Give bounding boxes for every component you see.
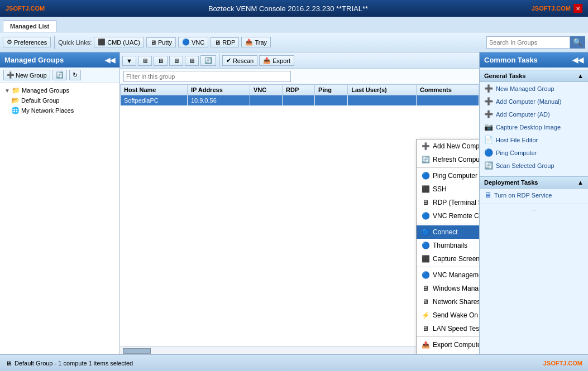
- sidebar-collapse-icon[interactable]: ◀◀: [105, 56, 115, 64]
- task-host-file-editor[interactable]: 📄 Host File Editor: [480, 133, 588, 146]
- search-input[interactable]: [486, 36, 570, 49]
- content-btn-1[interactable]: 🖥: [138, 56, 152, 66]
- toolbar-separator-1: [54, 36, 55, 49]
- tree-label-network: My Network Places: [21, 107, 74, 114]
- status-text: Default Group - 1 compute 1 items select…: [15, 360, 133, 367]
- content-btn-4[interactable]: 🖥: [185, 56, 199, 66]
- logo-right: JSOFTJ.COM: [532, 5, 571, 12]
- ctx-sep-3: [417, 267, 479, 267]
- ctx-connect[interactable]: 🔵 Connect ▶: [417, 225, 479, 239]
- task-add-computer-manual[interactable]: ➕ Add Computer (Manual): [480, 95, 588, 108]
- ctx-vnc-icon: 🔵: [421, 211, 430, 220]
- title-bar: JSOFTJ.COM Bozteck VENM Console 2016.2.2…: [0, 0, 588, 17]
- view-dropdown-button[interactable]: ▼: [122, 56, 136, 66]
- tree-area: ▼ 📁 Managed Groups 📂 Default Group 🌐 My …: [0, 83, 119, 354]
- general-tasks-toggle-icon[interactable]: ▲: [577, 73, 584, 79]
- content-btn-3[interactable]: 🖥: [169, 56, 183, 66]
- main-layout: Managed Groups ◀◀ ➕ New Group 🔄 ↻ ▼ 📁 Ma…: [0, 52, 588, 354]
- putty-button[interactable]: 🖥 Putty: [146, 37, 176, 47]
- ctx-network-shares[interactable]: 🖥 Network Shares ▶: [417, 295, 479, 309]
- content-toolbar: ▼ 🖥 🖥 🖥 🖥 🔄 ✔ Rescan 📤 Export: [120, 52, 479, 69]
- task-new-managed-group[interactable]: ➕ New Managed Group: [480, 82, 588, 95]
- search-box: 🔍: [486, 36, 585, 49]
- ctx-export[interactable]: 📤 Export Computer(s): [417, 338, 479, 351]
- ctx-delete[interactable]: ❌ Delete Computer(s): [417, 351, 479, 354]
- vnc-button[interactable]: 🔵 VNC: [178, 37, 208, 47]
- cmd-button[interactable]: ⬛ CMD (UAC): [94, 37, 144, 47]
- ctx-capture[interactable]: ⬛ Capture Screen: [417, 252, 479, 266]
- tree-item-root[interactable]: ▼ 📁 Managed Groups: [2, 85, 117, 95]
- rescan-button[interactable]: ✔ Rescan: [222, 55, 257, 66]
- filter-input[interactable]: [123, 71, 291, 82]
- table-row[interactable]: SoftpediaPC 10.9.0.56: [121, 95, 479, 106]
- search-button[interactable]: 🔍: [570, 36, 585, 49]
- quicklinks-label: Quick Links:: [58, 39, 92, 46]
- new-group-icon: ➕: [7, 71, 15, 79]
- tree-item-default[interactable]: 📂 Default Group: [2, 95, 117, 105]
- sidebar-sync-button[interactable]: ↻: [69, 70, 81, 80]
- ctx-ssh[interactable]: ⬛ SSH: [417, 182, 479, 196]
- status-icons-left: 🖥 Default Group - 1 compute 1 items sele…: [6, 360, 133, 367]
- ctx-wake-on-lan[interactable]: ⚡ Send Wake On LAN Packet: [417, 309, 479, 322]
- deployment-tasks-toggle-icon[interactable]: ▲: [577, 179, 584, 186]
- ctx-vnc-mgmt[interactable]: 🔵 VNC Management ▶: [417, 268, 479, 282]
- task-scan-selected-group[interactable]: 🔄 Scan Selected Group: [480, 159, 588, 172]
- ctx-ping-icon: 🔵: [421, 171, 430, 180]
- cell-hostname: SoftpediaPC: [121, 95, 188, 106]
- sidebar-refresh-button[interactable]: 🔄: [52, 70, 67, 80]
- close-button[interactable]: ✕: [573, 4, 582, 13]
- ctx-lan-speed[interactable]: 🖥 LAN Speed Test: [417, 322, 479, 335]
- ctx-ping[interactable]: 🔵 Ping Computer: [417, 169, 479, 182]
- task-turn-on-rdp[interactable]: 🖥 Turn on RDP Service: [480, 189, 588, 201]
- col-ping[interactable]: Ping: [315, 85, 348, 95]
- tray-button[interactable]: 📤 Tray: [241, 37, 271, 47]
- ctx-vnc-remote[interactable]: 🔵 VNC Remote Control: [417, 209, 479, 223]
- export-button[interactable]: 📤 Export: [259, 55, 294, 66]
- computer-table: Host Name IP Address VNC RDP Ping Last U…: [120, 84, 479, 106]
- col-ip[interactable]: IP Address: [187, 85, 250, 95]
- col-rdp[interactable]: RDP: [283, 85, 315, 95]
- new-group-button[interactable]: ➕ New Group: [3, 70, 50, 80]
- folder-icon-default: 📂: [11, 97, 20, 104]
- folder-icon-network: 🌐: [11, 107, 20, 114]
- right-panel-collapse-icon[interactable]: ◀◀: [572, 56, 584, 64]
- tab-managed-list[interactable]: Managed List: [3, 20, 56, 32]
- status-bar: 🖥 Default Group - 1 compute 1 items sele…: [0, 354, 588, 371]
- general-tasks-header: General Tasks ▲: [480, 70, 588, 82]
- content-btn-5[interactable]: 🔄: [200, 55, 216, 66]
- vnc-icon: 🔵: [182, 38, 190, 46]
- ctx-sep-2: [417, 224, 479, 224]
- task-ping-computer[interactable]: 🔵 Ping Computer: [480, 146, 588, 159]
- task-add-computer-ad[interactable]: ➕ Add Computer (AD): [480, 108, 588, 121]
- tree-item-network[interactable]: 🌐 My Network Places: [2, 105, 117, 115]
- scrollbar-thumb[interactable]: [123, 348, 151, 354]
- col-lastuser[interactable]: Last User(s): [348, 85, 417, 95]
- tab-bar: Managed List: [0, 17, 588, 32]
- ctx-win-mgmt[interactable]: 🖥 Windows Management ▶: [417, 282, 479, 295]
- title-text: Bozteck VENM Console 2016.2.23.230 **TRI…: [45, 4, 531, 13]
- folder-icon-root: 📁: [12, 86, 20, 94]
- rdp-button[interactable]: 🖥 RDP: [211, 37, 239, 47]
- ctx-sep-1: [417, 167, 479, 168]
- cell-lastuser: [348, 95, 417, 106]
- preferences-icon: ⚙: [7, 38, 12, 46]
- task-plus-icon-3: ➕: [484, 110, 493, 118]
- ctx-refresh[interactable]: 🔄 Refresh Computer Data: [417, 153, 479, 166]
- task-scan-icon: 🔄: [484, 161, 493, 170]
- ctx-add-computer[interactable]: ➕ Add New Computer ▶: [417, 139, 479, 153]
- export-icon: 📤: [263, 57, 271, 64]
- ctx-thumbnails[interactable]: 🔵 Thumbnails ▶: [417, 239, 479, 252]
- right-panel-more: ···: [480, 204, 588, 215]
- col-vnc[interactable]: VNC: [250, 85, 282, 95]
- content-btn-2[interactable]: 🖥: [154, 56, 168, 66]
- ctx-lan-speed-icon: 🖥: [421, 324, 430, 333]
- col-hostname[interactable]: Host Name: [121, 85, 188, 95]
- main-toolbar: ⚙ Preferences Quick Links: ⬛ CMD (UAC) 🖥…: [0, 32, 588, 52]
- task-capture-desktop[interactable]: 📷 Capture Desktop Image: [480, 121, 588, 133]
- task-camera-icon: 📷: [484, 123, 493, 131]
- rescan-icon: ✔: [226, 57, 231, 64]
- ctx-rdp[interactable]: 🖥 RDP (Terminal Services): [417, 196, 479, 209]
- preferences-button[interactable]: ⚙ Preferences: [3, 37, 51, 47]
- col-comments[interactable]: Comments: [416, 85, 479, 95]
- ctx-thumb-icon: 🔵: [421, 241, 430, 250]
